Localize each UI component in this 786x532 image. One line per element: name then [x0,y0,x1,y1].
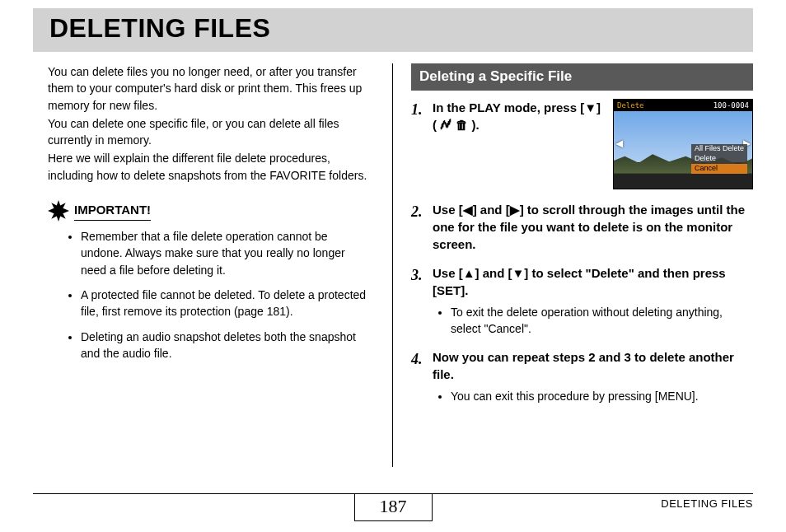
step-text: In the PLAY mode, press [▼] ( 🗲 🗑 ). [433,99,601,133]
menu-item: All Files Delete [691,144,747,154]
step-text: Use [▲] and [▼] to select "Delete" and t… [433,264,753,299]
step-number: 3. [411,264,428,338]
content-columns: You can delete files you no longer need,… [33,63,753,467]
intro-text: You can delete files you no longer need,… [48,63,374,184]
page-title: DELETING FILES [49,13,737,44]
step-2: 2. Use [◀] and [▶] to scroll through the… [411,201,753,253]
section-heading: Deleting a Specific File [411,63,753,91]
step-text: Use [◀] and [▶] to scroll through the im… [433,201,753,253]
step-number: 1. [411,99,428,189]
step-4: 4. Now you can repeat steps 2 and 3 to d… [411,348,753,404]
title-bar: DELETING FILES [33,8,753,52]
screenshot-menu: All Files Delete Delete Cancel [691,144,747,174]
important-header: IMPORTANT! [48,200,374,222]
menu-item: Delete [691,154,747,164]
important-item: Remember that a file delete operation ca… [81,228,374,278]
step-3: 3. Use [▲] and [▼] to select "Delete" an… [411,264,753,338]
page-footer: 187 DELETING FILES [33,493,753,519]
intro-p1: You can delete files you no longer need,… [48,63,374,114]
important-list: Remember that a file delete operation ca… [48,228,374,362]
burst-icon [48,200,69,222]
important-block: IMPORTANT! Remember that a file delete o… [48,200,374,362]
intro-p3: Here we will explain the different file … [48,150,374,184]
step-sub-item: You can exit this procedure by pressing … [451,388,753,404]
step-number: 2. [411,201,428,253]
intro-p2: You can delete one specific file, or you… [48,115,374,149]
page-number: 187 [354,494,433,521]
screenshot-mode-label: Delete [617,100,644,111]
right-column: Deleting a Specific File 1. In the PLAY … [393,63,753,467]
step-text: Now you can repeat steps 2 and 3 to dele… [433,348,753,383]
svg-marker-0 [48,200,69,222]
left-column: You can delete files you no longer need,… [33,63,393,467]
important-item: Deleting an audio snapshot deletes both … [81,329,374,362]
important-item: A protected file cannot be deleted. To d… [81,287,374,320]
footer-section-label: DELETING FILES [661,497,753,510]
camera-screenshot: Delete 100-0004 ◀ ▶ All Files Delete Del… [613,99,753,189]
screenshot-counter: 100-0004 [713,100,749,111]
step-1: 1. In the PLAY mode, press [▼] ( 🗲 🗑 ). … [411,99,753,189]
left-arrow-icon: ◀ [615,137,623,151]
important-label: IMPORTANT! [74,201,151,221]
step-sub-item: To exit the delete operation without del… [451,304,753,338]
step-number: 4. [411,348,428,404]
menu-item-selected: Cancel [691,164,747,174]
down-arrow-icon: ▼ [584,100,597,114]
